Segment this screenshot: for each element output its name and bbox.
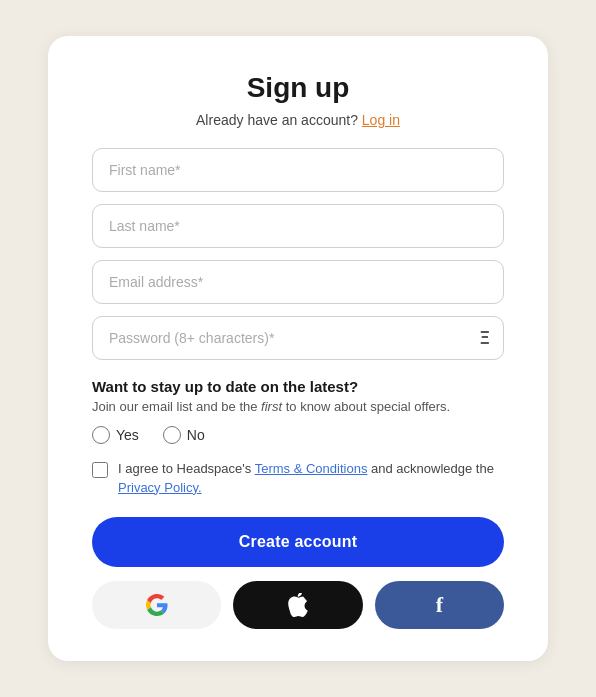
last-name-input[interactable] [92,204,504,248]
email-input[interactable] [92,260,504,304]
apple-signin-button[interactable] [233,581,362,629]
password-toggle-icon[interactable]: 𝝣 [479,327,490,349]
terms-wrapper: I agree to Headspace's Terms & Condition… [92,460,504,496]
page-title: Sign up [92,72,504,104]
password-input[interactable] [92,316,504,360]
terms-middle: and acknowledge the [367,461,493,476]
privacy-policy-link[interactable]: Privacy Policy. [118,480,202,495]
newsletter-heading: Want to stay up to date on the latest? [92,378,504,395]
create-account-button[interactable]: Create account [92,517,504,567]
facebook-icon: f [436,592,443,618]
password-wrapper: 𝝣 [92,316,504,360]
newsletter-first-emphasis: first [261,399,282,414]
terms-text: I agree to Headspace's Terms & Condition… [118,460,504,496]
yes-radio[interactable] [92,426,110,444]
apple-icon [288,593,308,617]
login-prompt: Already have an account? Log in [92,112,504,128]
no-label: No [187,427,205,443]
terms-conditions-link[interactable]: Terms & Conditions [255,461,368,476]
signup-card: Sign up Already have an account? Log in … [48,36,548,660]
terms-checkbox[interactable] [92,462,108,478]
login-prompt-text: Already have an account? [196,112,358,128]
no-radio-label[interactable]: No [163,426,205,444]
google-icon [146,594,168,616]
terms-before: I agree to Headspace's [118,461,255,476]
yes-radio-label[interactable]: Yes [92,426,139,444]
newsletter-subtext: Join our email list and be the first to … [92,399,504,414]
newsletter-radio-group: Yes No [92,426,504,444]
social-buttons-row: f [92,581,504,629]
no-radio[interactable] [163,426,181,444]
yes-label: Yes [116,427,139,443]
facebook-signin-button[interactable]: f [375,581,504,629]
login-link[interactable]: Log in [362,112,400,128]
first-name-input[interactable] [92,148,504,192]
google-signin-button[interactable] [92,581,221,629]
